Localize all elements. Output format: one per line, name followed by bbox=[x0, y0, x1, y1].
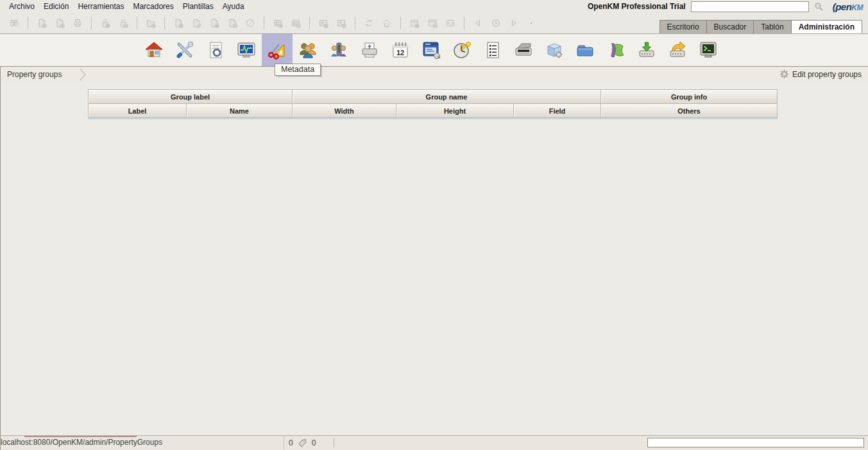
breadcrumb: Property groups bbox=[7, 70, 62, 79]
toolbar-separator bbox=[309, 17, 310, 30]
status-counts: 0 0 bbox=[289, 436, 316, 450]
admin-console-button[interactable] bbox=[693, 34, 724, 66]
checkin-document-icon[interactable] bbox=[208, 17, 220, 29]
edit-property-groups-label: Edit property groups bbox=[792, 70, 862, 79]
admin-language-button[interactable] bbox=[600, 34, 631, 66]
admin-users-button[interactable] bbox=[293, 34, 323, 66]
lock-icon[interactable] bbox=[99, 17, 111, 29]
column-header-field: Field bbox=[514, 104, 601, 118]
history-icon[interactable] bbox=[490, 17, 502, 29]
column-header-height: Height bbox=[396, 104, 514, 118]
export-icon bbox=[667, 40, 688, 60]
home-default-icon[interactable] bbox=[381, 17, 393, 29]
add-workspace-icon[interactable] bbox=[409, 17, 420, 29]
edit-document-icon[interactable] bbox=[191, 17, 202, 29]
admin-automation-button[interactable] bbox=[416, 34, 447, 66]
create-folder-icon[interactable] bbox=[145, 17, 157, 29]
repository-icon bbox=[575, 40, 595, 60]
print-icon[interactable] bbox=[72, 17, 83, 29]
admin-reports-button[interactable] bbox=[354, 34, 385, 66]
group-header-label: Group label bbox=[89, 90, 293, 104]
property-groups-table: Group label Group name Group info Label … bbox=[88, 89, 778, 118]
tab-administracion[interactable]: Administración bbox=[792, 21, 862, 33]
admin-home-button[interactable] bbox=[139, 34, 169, 66]
admin-repository-button[interactable] bbox=[570, 34, 600, 66]
crontab-icon: 12 bbox=[390, 40, 411, 60]
column-header-width: Width bbox=[293, 104, 396, 118]
users-icon bbox=[298, 40, 318, 60]
toolbar-separator bbox=[137, 17, 137, 30]
property-groups-bar: Property groups Edit property groups bbox=[0, 67, 868, 82]
scanner-icon bbox=[513, 40, 534, 60]
admin-import-button[interactable] bbox=[631, 34, 662, 66]
breadcrumb-chevron-icon bbox=[80, 68, 87, 81]
admin-scheduler-button[interactable] bbox=[447, 34, 477, 66]
menu-bar: Archivo Edición Herramientas Marcadores … bbox=[0, 0, 868, 13]
tab-tablon[interactable]: Tablón bbox=[754, 21, 791, 33]
activity-icon bbox=[236, 40, 257, 60]
main-tabs: Escritorio Buscador Tablón Administració… bbox=[660, 20, 862, 33]
scripting-icon bbox=[482, 40, 503, 60]
toolbar-separator bbox=[400, 17, 401, 30]
admin-scanner-button[interactable] bbox=[508, 34, 539, 66]
quick-toolbar: Escritorio Buscador Tablón Administració… bbox=[0, 13, 868, 34]
toolbar-separator bbox=[28, 17, 28, 30]
toolbar-separator bbox=[464, 17, 464, 30]
add-note-icon[interactable] bbox=[318, 17, 329, 29]
forward-icon[interactable] bbox=[508, 17, 520, 29]
admin-configuration-button[interactable] bbox=[169, 34, 200, 66]
menu-ayuda[interactable]: Ayuda bbox=[223, 2, 244, 11]
tab-escritorio[interactable]: Escritorio bbox=[660, 21, 707, 33]
home-icon bbox=[144, 40, 164, 60]
admin-crontab-button[interactable]: 12 bbox=[385, 34, 416, 66]
admin-export-button[interactable] bbox=[662, 34, 693, 66]
admin-logs-button[interactable] bbox=[200, 34, 231, 66]
tab-buscador[interactable]: Buscador bbox=[707, 21, 754, 33]
download-document-icon[interactable] bbox=[36, 17, 47, 29]
admin-toolbar: 12 bbox=[0, 34, 868, 67]
admin-metadata-button[interactable] bbox=[262, 34, 293, 66]
openkm-admin-window: Archivo Edición Herramientas Marcadores … bbox=[0, 0, 868, 450]
menu-plantillas[interactable]: Plantillas bbox=[183, 2, 214, 11]
tag-icon bbox=[298, 438, 307, 448]
add-property-group-icon[interactable] bbox=[272, 17, 284, 29]
cancel-checkout-icon[interactable] bbox=[244, 17, 256, 29]
admin-activity-button[interactable] bbox=[231, 34, 262, 66]
utilities-icon bbox=[544, 40, 565, 60]
column-header-row: Label Name Width Height Field Others bbox=[89, 104, 778, 118]
group-header-name: Group name bbox=[293, 90, 601, 104]
admin-profiles-button[interactable] bbox=[323, 34, 354, 66]
remove-workspace-icon[interactable] bbox=[427, 17, 438, 29]
remove-property-group-icon[interactable] bbox=[290, 17, 302, 29]
download-document-pdf-icon[interactable] bbox=[54, 17, 65, 29]
property-groups-table-wrap: Group label Group name Group info Label … bbox=[88, 89, 778, 119]
unlock-icon[interactable] bbox=[117, 17, 129, 29]
toolbar-separator bbox=[91, 17, 92, 30]
find-icon[interactable] bbox=[8, 17, 20, 29]
table-underline bbox=[88, 118, 778, 119]
admin-scripting-button[interactable] bbox=[477, 34, 508, 66]
remove-note-icon[interactable] bbox=[336, 17, 347, 29]
openkm-logo: (penKM bbox=[833, 1, 863, 12]
menu-edicion[interactable]: Edición bbox=[44, 2, 69, 11]
edit-property-groups-button[interactable]: Edit property groups bbox=[779, 69, 862, 79]
metadata-icon bbox=[267, 40, 287, 60]
status-input[interactable] bbox=[647, 438, 864, 447]
create-document-icon[interactable] bbox=[173, 17, 184, 29]
menu-marcadores[interactable]: Marcadores bbox=[133, 2, 173, 11]
split-view-icon[interactable] bbox=[445, 17, 456, 29]
refresh-icon[interactable] bbox=[363, 17, 375, 29]
search-input[interactable] bbox=[691, 1, 809, 12]
back-icon[interactable] bbox=[472, 17, 484, 29]
scheduler-icon bbox=[452, 40, 472, 60]
column-header-others: Others bbox=[601, 104, 778, 118]
console-icon bbox=[698, 40, 719, 60]
group-header-info: Group info bbox=[601, 90, 778, 104]
menu-archivo[interactable]: Archivo bbox=[9, 2, 35, 11]
search-icon[interactable] bbox=[814, 2, 824, 12]
admin-utilities-button[interactable] bbox=[539, 34, 570, 66]
status-bar: localhost:8080/OpenKM/admin/PropertyGrou… bbox=[0, 435, 868, 450]
delete-document-icon[interactable] bbox=[226, 17, 238, 29]
configuration-icon bbox=[174, 40, 195, 60]
menu-herramientas[interactable]: Herramientas bbox=[78, 2, 124, 11]
